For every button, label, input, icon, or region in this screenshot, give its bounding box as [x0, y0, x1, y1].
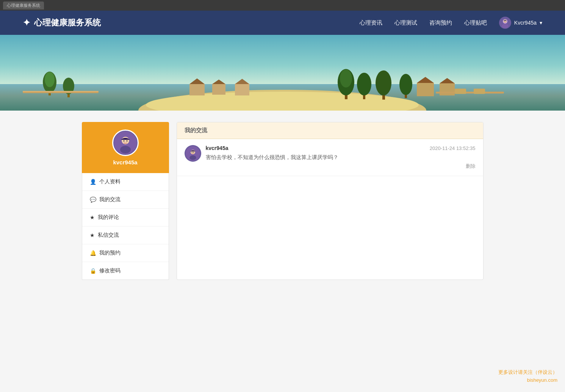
sidebar: kvcr945a 👤 个人资料 💬 我的交流 ★ 我的评论 ★ 私信交流 🔔 我… [82, 122, 169, 280]
svg-rect-35 [436, 92, 504, 94]
exchange-icon: 💬 [90, 197, 96, 203]
svg-rect-20 [235, 84, 249, 95]
svg-point-1 [502, 24, 509, 28]
svg-rect-31 [417, 83, 434, 96]
sidebar-item-messages-label: 私信交流 [98, 232, 119, 239]
panel-header: 我的交流 [177, 122, 483, 139]
site-nav: 心理资讯 心理测试 咨询预约 心理贴吧 Kvcr945a ▾ [360, 17, 542, 29]
post-item: kvcr945a 2020-11-24 13:52:35 害怕去学校，不知道为什… [177, 139, 483, 176]
nav-item-test[interactable]: 心理测试 [394, 19, 417, 27]
post-actions: 删除 [206, 163, 476, 170]
sidebar-profile: kvcr945a [82, 122, 169, 173]
user-dropdown-icon: ▾ [540, 20, 542, 26]
site-header: ✦ 心理健康服务系统 心理资讯 心理测试 咨询预约 心理贴吧 Kvcr945a … [0, 11, 565, 35]
nav-item-forum[interactable]: 心理贴吧 [464, 19, 487, 27]
svg-rect-15 [23, 91, 99, 92]
post-meta: kvcr945a 2020-11-24 13:52:35 [206, 145, 476, 151]
profile-username: kvcr945a [113, 159, 137, 166]
svg-rect-33 [440, 83, 455, 95]
post-time: 2020-11-24 13:52:35 [430, 145, 476, 151]
user-name: Kvcr945a [514, 20, 537, 26]
sidebar-item-comments-label: 我的评论 [98, 214, 119, 221]
hero-banner [0, 35, 565, 111]
sidebar-item-password-label: 修改密码 [99, 267, 121, 274]
svg-point-47 [189, 155, 196, 160]
svg-rect-37 [474, 89, 485, 94]
sidebar-item-exchange[interactable]: 💬 我的交流 [82, 191, 169, 209]
sidebar-menu: 👤 个人资料 💬 我的交流 ★ 我的评论 ★ 私信交流 🔔 我的预约 🔒 修 [82, 173, 169, 280]
sidebar-item-profile[interactable]: 👤 个人资料 [82, 173, 169, 191]
sidebar-item-messages[interactable]: ★ 私信交流 [82, 226, 169, 244]
svg-point-28 [376, 70, 391, 95]
user-menu[interactable]: Kvcr945a ▾ [499, 17, 542, 29]
svg-point-11 [45, 72, 55, 87]
sidebar-item-profile-label: 个人资料 [99, 178, 121, 185]
browser-bar: 心理健康服务系统 [0, 0, 565, 11]
bell-icon: 🔔 [90, 250, 96, 256]
svg-rect-16 [189, 84, 205, 95]
nav-item-news[interactable]: 心理资讯 [360, 19, 382, 27]
profile-icon: 👤 [90, 179, 96, 185]
svg-rect-18 [212, 84, 225, 95]
post-text: 害怕去学校，不知道为什么很恐惧，我这算上课厌学吗？ [206, 153, 476, 161]
delete-button[interactable]: 删除 [466, 163, 476, 170]
svg-point-42 [120, 146, 131, 153]
post-content: kvcr945a 2020-11-24 13:52:35 害怕去学校，不知道为什… [206, 145, 476, 170]
nav-item-consult[interactable]: 咨询预约 [429, 19, 452, 27]
content-panel: 我的交流 kvcr945a [177, 122, 484, 280]
panel-title: 我的交流 [185, 127, 207, 133]
site-logo: ✦ 心理健康服务系统 [23, 17, 101, 28]
svg-point-40 [123, 141, 124, 142]
svg-point-4 [506, 21, 506, 22]
post-avatar [185, 145, 201, 162]
star-icon-comments: ★ [90, 214, 95, 220]
sidebar-item-password[interactable]: 🔒 修改密码 [82, 262, 169, 280]
site-title: 心理健康服务系统 [34, 17, 101, 28]
sidebar-item-exchange-label: 我的交流 [99, 196, 121, 203]
main-content: kvcr945a 👤 个人资料 💬 我的交流 ★ 我的评论 ★ 私信交流 🔔 我… [74, 122, 491, 280]
svg-point-30 [399, 74, 412, 95]
sidebar-item-appointments[interactable]: 🔔 我的预约 [82, 244, 169, 262]
svg-point-26 [357, 73, 371, 95]
sidebar-item-comments[interactable]: ★ 我的评论 [82, 209, 169, 226]
browser-tab[interactable]: 心理健康服务系统 [3, 2, 44, 9]
sidebar-item-appointments-label: 我的预约 [99, 250, 121, 256]
star-icon-messages: ★ [90, 232, 95, 238]
svg-rect-36 [455, 89, 466, 94]
profile-avatar [112, 130, 139, 156]
lock-icon: 🔒 [90, 268, 96, 274]
post-username: kvcr945a [206, 145, 229, 151]
user-avatar-small [499, 17, 511, 29]
svg-point-45 [191, 152, 192, 153]
panel-body: kvcr945a 2020-11-24 13:52:35 害怕去学校，不知道为什… [177, 139, 483, 176]
svg-point-24 [340, 69, 352, 87]
svg-point-41 [126, 141, 127, 142]
svg-point-46 [193, 152, 194, 153]
svg-point-3 [504, 21, 505, 22]
logo-icon: ✦ [23, 17, 30, 28]
